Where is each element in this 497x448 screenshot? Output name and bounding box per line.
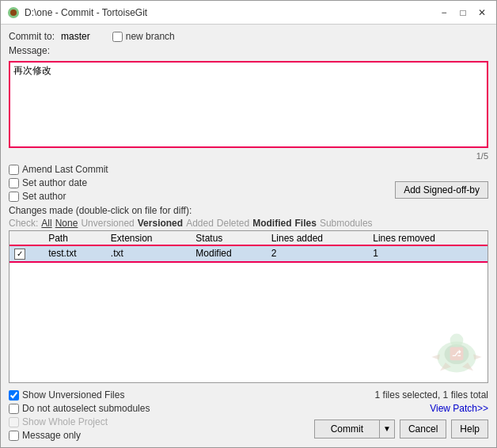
svg-point-4 bbox=[450, 334, 464, 347]
commit-btn-group: Commit ▼ bbox=[314, 420, 395, 439]
status-row-2: Do not autoselect submodules View Patch>… bbox=[9, 403, 488, 414]
content-area: Commit to: master new branch Message: 再次… bbox=[1, 25, 496, 447]
check-filter-row: Check: All None Unversioned Versioned Ad… bbox=[9, 218, 488, 229]
commit-to-value: master bbox=[61, 31, 90, 42]
row-status: Modified bbox=[191, 246, 266, 262]
row-checkbox-cell: ✓ bbox=[9, 246, 44, 262]
svg-marker-8 bbox=[473, 355, 482, 360]
filter-unversioned[interactable]: Unversioned bbox=[81, 218, 134, 229]
show-whole-project-label: Show Whole Project bbox=[22, 416, 108, 427]
amend-checkbox[interactable] bbox=[9, 165, 19, 175]
row-lines-removed: 1 bbox=[368, 246, 488, 262]
new-branch-checkbox[interactable] bbox=[112, 32, 123, 42]
show-unversioned-checkbox[interactable] bbox=[9, 390, 19, 401]
no-autoselect-label: Do not autoselect submodules bbox=[22, 403, 150, 414]
commit-to-row: Commit to: master new branch bbox=[9, 31, 488, 42]
action-left: Show Whole Project Message only bbox=[9, 416, 108, 441]
bottom-section: Show Unversioned Files 1 files selected,… bbox=[9, 386, 488, 441]
add-signoff-button[interactable]: Add Signed-off-by bbox=[395, 181, 488, 199]
file-table: Path Extension Status Lines added Lines … bbox=[9, 231, 488, 262]
amend-label: Amend Last Commit bbox=[22, 164, 108, 175]
show-unversioned-label: Show Unversioned Files bbox=[22, 389, 124, 401]
set-author-label: Set author bbox=[22, 191, 66, 202]
titlebar-title: D:\one - Commit - TortoiseGit bbox=[25, 7, 147, 18]
new-branch-row: new branch bbox=[112, 31, 175, 42]
titlebar-left: D:\one - Commit - TortoiseGit bbox=[7, 6, 147, 19]
filter-versioned[interactable]: Versioned bbox=[138, 218, 183, 229]
view-patch-link[interactable]: View Patch>> bbox=[430, 403, 488, 414]
message-input[interactable]: 再次修改 bbox=[9, 61, 488, 148]
titlebar: D:\one - Commit - TortoiseGit − □ ✕ bbox=[1, 1, 496, 25]
file-table-body: ✓ test.txt .txt Modified 2 1 bbox=[9, 246, 488, 262]
col-extension: Extension bbox=[106, 231, 192, 246]
window: D:\one - Commit - TortoiseGit − □ ✕ Comm… bbox=[0, 0, 497, 448]
options-section: Amend Last Commit Set author date Set au… bbox=[9, 164, 488, 202]
maximize-button[interactable]: □ bbox=[455, 5, 471, 21]
changes-section-label: Changes made (double-click on file for d… bbox=[9, 205, 488, 216]
tortoise-watermark: ⎇ bbox=[429, 324, 484, 379]
filter-deleted[interactable]: Deleted bbox=[217, 218, 249, 229]
titlebar-controls: − □ ✕ bbox=[436, 5, 490, 21]
action-row: Show Whole Project Message only Commit ▼… bbox=[9, 416, 488, 441]
file-table-header: Path Extension Status Lines added Lines … bbox=[9, 231, 488, 246]
col-lines-removed: Lines removed bbox=[368, 231, 488, 246]
close-button[interactable]: ✕ bbox=[474, 5, 490, 21]
svg-point-1 bbox=[10, 9, 17, 16]
show-whole-project-checkbox[interactable] bbox=[9, 417, 19, 427]
status-row: Show Unversioned Files 1 files selected,… bbox=[9, 389, 488, 401]
show-whole-project-row: Show Whole Project bbox=[9, 416, 108, 427]
amend-row: Amend Last Commit bbox=[9, 164, 488, 175]
set-author-date-row: Set author date bbox=[9, 177, 87, 188]
filter-all[interactable]: All bbox=[41, 218, 51, 229]
cancel-button[interactable]: Cancel bbox=[400, 420, 446, 439]
file-checkbox[interactable]: ✓ bbox=[14, 249, 25, 260]
filter-files[interactable]: Files bbox=[295, 218, 317, 229]
commit-dropdown-button[interactable]: ▼ bbox=[380, 420, 395, 439]
show-unversioned-row: Show Unversioned Files bbox=[9, 389, 124, 401]
message-only-label: Message only bbox=[22, 430, 81, 441]
new-branch-label: new branch bbox=[126, 31, 175, 42]
row-lines-added: 2 bbox=[267, 246, 369, 262]
svg-marker-7 bbox=[432, 355, 441, 360]
col-path: Path bbox=[44, 231, 106, 246]
message-counter: 1/5 bbox=[9, 151, 488, 161]
filter-submodules[interactable]: Submodules bbox=[320, 218, 373, 229]
no-autoselect-row: Do not autoselect submodules bbox=[9, 403, 150, 414]
filter-modified[interactable]: Modified bbox=[252, 218, 291, 229]
set-author-row: Set author bbox=[9, 191, 87, 202]
message-only-checkbox[interactable] bbox=[9, 431, 19, 441]
svg-text:⎇: ⎇ bbox=[452, 349, 461, 358]
col-lines-added: Lines added bbox=[267, 231, 369, 246]
row-path: test.txt bbox=[44, 246, 106, 262]
filter-added[interactable]: Added bbox=[186, 218, 214, 229]
table-row[interactable]: ✓ test.txt .txt Modified 2 1 bbox=[9, 246, 488, 262]
set-author-date-checkbox[interactable] bbox=[9, 178, 19, 188]
set-author-date-label: Set author date bbox=[22, 177, 87, 188]
app-icon bbox=[7, 6, 20, 19]
check-label: Check: bbox=[9, 218, 38, 229]
message-section-label: Message: bbox=[9, 45, 488, 56]
action-buttons: Commit ▼ Cancel Help bbox=[314, 420, 488, 439]
no-autoselect-checkbox[interactable] bbox=[9, 404, 19, 414]
commit-button[interactable]: Commit bbox=[314, 420, 380, 439]
status-text: 1 files selected, 1 files total bbox=[375, 389, 488, 401]
set-author-checkbox[interactable] bbox=[9, 192, 19, 202]
commit-to-label: Commit to: bbox=[9, 31, 55, 42]
changes-section: Changes made (double-click on file for d… bbox=[9, 205, 488, 383]
row-extension: .txt bbox=[106, 246, 192, 262]
message-only-row: Message only bbox=[9, 430, 108, 441]
col-status: Status bbox=[191, 231, 266, 246]
help-button[interactable]: Help bbox=[451, 420, 488, 439]
file-table-container: Path Extension Status Lines added Lines … bbox=[9, 230, 488, 383]
col-checkbox bbox=[9, 231, 44, 246]
minimize-button[interactable]: − bbox=[436, 5, 452, 21]
filter-none[interactable]: None bbox=[55, 218, 78, 229]
